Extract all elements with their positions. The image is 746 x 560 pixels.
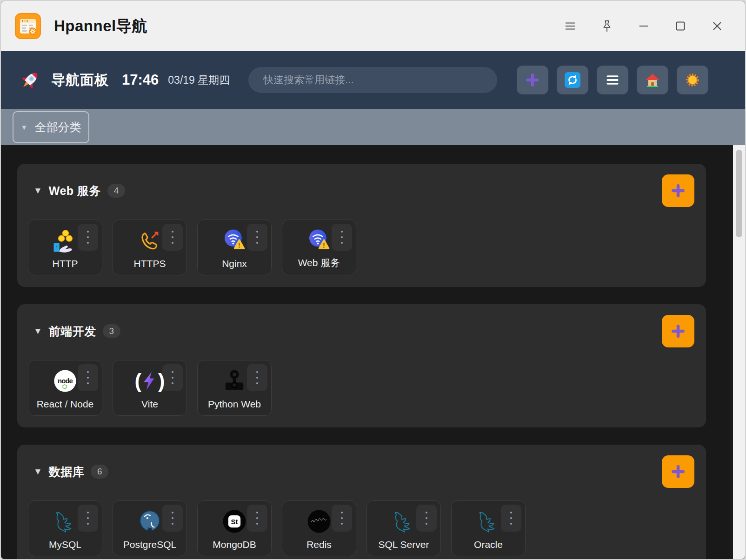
pin-icon [600,19,614,33]
sync-button[interactable] [557,66,588,94]
card-label: Oracle [474,539,503,550]
plus-icon [670,183,686,199]
theme-button[interactable] [677,66,708,94]
header: 导航面板 17:46 03/19 星期四 [1,51,745,109]
plus-icon [670,464,686,480]
link-card[interactable]: () Vite [113,360,187,416]
section-panel: ▼ Web 服务 4 HTTP HTTPS Nginx Web 服务 [17,164,706,287]
section-panel: ▼ 前端开发 3 node React / Node () Vite Pytho… [17,304,706,427]
section-title: 数据库 [49,464,85,480]
st-badge-icon: St [198,507,271,536]
card-label: MongoDB [213,539,256,550]
plus-icon [525,72,540,88]
window-menu-button[interactable] [563,19,578,33]
link-card[interactable]: Oracle [451,500,526,556]
add-link-button[interactable] [662,174,694,207]
minimize-button[interactable] [636,19,651,33]
category-filter-button[interactable]: ▼ 全部分类 [13,111,89,143]
rocket-icon [20,69,41,91]
card-label: Vite [141,399,158,410]
home-button[interactable] [637,66,668,94]
brand-title: 导航面板 [51,71,109,90]
link-card[interactable]: MySQL [28,500,102,556]
window-controls [563,19,733,33]
link-card[interactable]: Web 服务 [282,220,356,275]
joystick-icon [198,366,271,396]
collapse-triangle-icon[interactable]: ▼ [33,467,42,477]
category-filter-label: 全部分类 [34,120,81,135]
search-box[interactable] [248,67,497,93]
link-card[interactable]: HTTPS [113,220,187,275]
card-label: Python Web [208,399,261,410]
link-card[interactable]: Python Web [197,360,272,416]
card-label: HTTPS [134,258,166,269]
section-title: Web 服务 [49,183,101,199]
svg-text:node: node [58,377,73,385]
section-panel: ▼ 数据库 6 MySQL PostgreSQL St MongoDB Redi… [17,445,706,559]
maximize-button[interactable] [673,19,688,33]
card-label: Redis [306,539,332,550]
search-input[interactable] [262,73,483,87]
scrollbar-thumb[interactable] [736,150,742,237]
add-button[interactable] [517,66,548,94]
link-card[interactable]: node React / Node [28,360,102,416]
wifi-warning-icon [198,226,271,255]
sun-icon [685,72,700,88]
card-label: Nginx [222,258,247,269]
section-count-badge: 3 [103,324,120,338]
mysql-dolphin-icon [367,507,440,536]
mysql-dolphin-icon [28,507,102,536]
postgres-elephant-icon [113,507,186,536]
link-card[interactable]: PostgreSQL [113,500,187,556]
card-grid: node React / Node () Vite Python Web [28,360,694,416]
header-buttons [517,66,708,94]
phone-outgoing-icon [113,226,186,255]
collapse-triangle-icon[interactable]: ▼ [33,186,42,196]
add-link-button[interactable] [662,455,694,488]
signature-circle-icon [282,507,356,536]
pin-button[interactable] [599,19,614,33]
titlebar: Hpannel导航 [1,1,745,51]
category-strip: ▼ 全部分类 [1,109,745,145]
card-grid: HTTP HTTPS Nginx Web 服务 [28,220,694,275]
card-label: MySQL [49,539,81,550]
menu-white-icon [605,72,620,88]
link-card[interactable]: Redis [282,500,356,556]
section-header: ▼ 前端开发 3 [28,323,694,340]
link-card[interactable]: HTTP [28,220,102,275]
sync-icon [565,72,580,88]
card-grid: MySQL PostgreSQL St MongoDB Redis SQL Se… [28,500,694,556]
section-count-badge: 4 [107,184,125,198]
app-logo-icon [15,13,41,39]
section-title: 前端开发 [49,324,96,339]
card-label: Web 服务 [298,256,340,269]
hand-coins-icon [28,226,102,255]
app-window: Hpannel导航 导航面板 17:46 03/19 星期四 [0,0,746,560]
link-card[interactable]: SQL Server [366,500,441,556]
svg-text:St: St [231,518,238,526]
list-button[interactable] [597,66,628,94]
maximize-icon [673,19,687,33]
card-label: HTTP [53,258,78,269]
window-title: Hpannel导航 [54,16,147,37]
date-text: 03/19 星期四 [168,73,230,87]
section-header: ▼ Web 服务 4 [28,182,694,199]
add-link-button[interactable] [662,315,694,347]
menu-lines-icon [563,19,577,33]
close-icon [710,19,724,33]
link-card[interactable]: St MongoDB [197,500,272,556]
node-logo-icon: node [28,366,102,396]
chevron-down-icon: ▼ [21,123,28,131]
main-content: ▼ Web 服务 4 HTTP HTTPS Nginx Web 服务 ▼ 前端开… [1,145,745,559]
section-header: ▼ 数据库 6 [28,463,694,480]
plus-icon [670,323,686,339]
card-label: SQL Server [379,539,429,550]
collapse-triangle-icon[interactable]: ▼ [33,326,42,336]
mysql-dolphin-icon [452,507,525,536]
card-label: PostgreSQL [123,539,176,550]
clock-time: 17:46 [122,72,159,88]
link-card[interactable]: Nginx [197,220,272,275]
scrollbar-track[interactable] [733,145,745,559]
minimize-icon [637,19,651,33]
close-button[interactable] [710,19,725,33]
